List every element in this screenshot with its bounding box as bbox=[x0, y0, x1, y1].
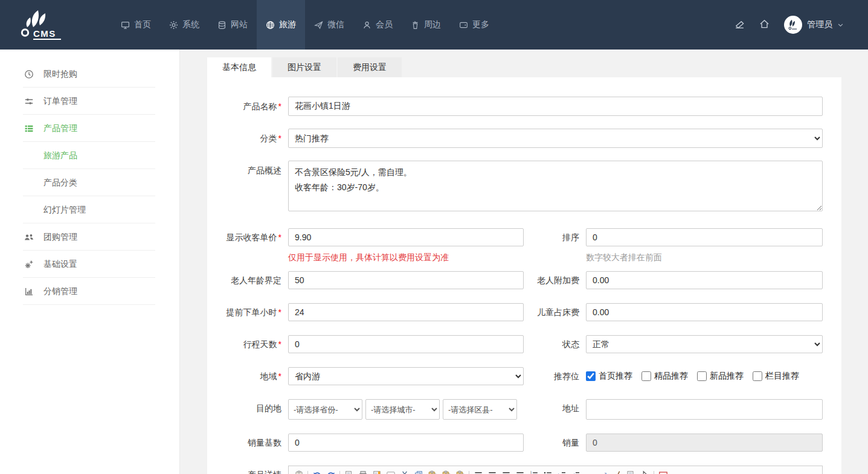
clear-cache-button[interactable] bbox=[735, 19, 745, 31]
product-name-input[interactable] bbox=[288, 97, 823, 116]
subscript-icon: x2 bbox=[585, 470, 594, 474]
avatar-rabbit-icon bbox=[786, 18, 800, 31]
editor-ordered-list-button[interactable]: 123 bbox=[527, 469, 541, 474]
nav-item-website[interactable]: 网站 bbox=[208, 0, 257, 50]
display-price-input[interactable] bbox=[288, 228, 524, 246]
product-detail-label: 产品详情 bbox=[207, 466, 288, 474]
sidebar-item-group-buy-management[interactable]: 团购管理 bbox=[0, 223, 179, 251]
sidebar-item-slideshow-management[interactable]: 幻灯片管理 bbox=[0, 196, 179, 223]
new-recommend-checkbox-input[interactable] bbox=[697, 371, 707, 381]
editor-align-right-button[interactable] bbox=[499, 469, 513, 474]
editor-indent-button[interactable] bbox=[555, 469, 568, 474]
editor-paste-word-button[interactable]: W bbox=[453, 469, 467, 474]
sales-base-input[interactable] bbox=[288, 434, 524, 452]
editor-source-button[interactable] bbox=[292, 469, 306, 474]
user-menu[interactable]: 管理员 bbox=[784, 16, 844, 34]
category-select[interactable]: 热门推荐 bbox=[288, 129, 823, 148]
sidebar-item-distribution-management[interactable]: 分销管理 bbox=[0, 278, 179, 305]
editor-copy-button[interactable] bbox=[411, 469, 425, 474]
checkbox-home-recommend[interactable]: 首页推荐 bbox=[586, 371, 632, 382]
tab-image-settings[interactable]: 图片设置 bbox=[272, 57, 336, 77]
sidebar-item-basic-settings[interactable]: 基础设置 bbox=[0, 251, 179, 278]
nav-item-label: 网站 bbox=[231, 19, 248, 30]
checkbox-new-recommend[interactable]: 新品推荐 bbox=[697, 371, 744, 382]
region-select[interactable]: 省内游 bbox=[288, 367, 524, 385]
editor-paste-text-button[interactable]: T bbox=[439, 469, 453, 474]
editor-align-center-button[interactable] bbox=[485, 469, 499, 474]
nav-item-nearby[interactable]: 周边 bbox=[402, 0, 450, 50]
checkbox-column-recommend[interactable]: 栏目推荐 bbox=[753, 371, 799, 382]
display-price-field: 仅用于显示使用，具体计算以费用设置为准 bbox=[288, 228, 524, 263]
editor-fullscreen-button[interactable] bbox=[656, 469, 670, 474]
checkbox-label: 首页推荐 bbox=[599, 371, 632, 382]
destination-province-select[interactable]: -请选择省份- bbox=[288, 399, 362, 420]
trip-days-input[interactable] bbox=[288, 335, 524, 353]
status-select[interactable]: 正常 bbox=[586, 335, 823, 353]
editor-print-button[interactable] bbox=[356, 469, 370, 474]
editor-outdent-button[interactable] bbox=[568, 469, 582, 474]
sales-input[interactable] bbox=[586, 434, 823, 452]
nav-item-wechat[interactable]: 微信 bbox=[305, 0, 353, 50]
cut-icon bbox=[400, 470, 410, 474]
editor-align-justify-button[interactable] bbox=[513, 469, 527, 474]
editor-template-button[interactable] bbox=[370, 469, 384, 474]
product-detail-editor: C#TW123x2x2 bbox=[288, 466, 823, 474]
checkbox-label: 新品推荐 bbox=[710, 371, 744, 382]
sales-base-field bbox=[288, 434, 524, 452]
editor-code-button[interactable]: C# bbox=[384, 469, 397, 474]
required-asterisk: * bbox=[278, 232, 281, 242]
sidebar-item-product-category[interactable]: 产品分类 bbox=[0, 169, 179, 196]
advance-order-hours-input[interactable] bbox=[288, 303, 524, 321]
sidebar-item-flash-sale[interactable]: 限时抢购 bbox=[0, 60, 179, 88]
editor-preview-button[interactable] bbox=[342, 469, 356, 474]
sidebar-item-travel-product[interactable]: 旅游产品 bbox=[0, 142, 179, 169]
tab-basic-info[interactable]: 基本信息 bbox=[207, 57, 271, 77]
sidebar-item-label: 幻灯片管理 bbox=[43, 205, 86, 216]
editor-redo-button[interactable] bbox=[324, 469, 338, 474]
required-asterisk: * bbox=[278, 371, 281, 381]
editor-paste-button[interactable] bbox=[425, 469, 439, 474]
sidebar-item-order-management[interactable]: 订单管理 bbox=[0, 88, 179, 115]
address-input[interactable] bbox=[586, 399, 823, 420]
editor-quick-format-button[interactable] bbox=[624, 469, 638, 474]
outdent-icon bbox=[571, 470, 580, 474]
sort-order-input[interactable] bbox=[586, 228, 823, 246]
nav-item-label: 首页 bbox=[134, 19, 151, 30]
senior-surcharge-input[interactable] bbox=[586, 271, 823, 289]
monitor-icon bbox=[121, 21, 130, 30]
editor-clear-format-button[interactable] bbox=[610, 469, 624, 474]
destination-district-select[interactable]: -请选择区县- bbox=[443, 399, 517, 420]
editor-align-left-button[interactable] bbox=[471, 469, 485, 474]
nav-item-more[interactable]: 更多 bbox=[450, 0, 498, 50]
checkbox-boutique-recommend[interactable]: 精品推荐 bbox=[641, 371, 688, 382]
boutique-recommend-checkbox-input[interactable] bbox=[641, 371, 651, 381]
home-button[interactable] bbox=[759, 19, 770, 31]
child-bed-fee-label: 儿童占床费 bbox=[524, 303, 586, 321]
home-recommend-checkbox-input[interactable] bbox=[586, 371, 596, 381]
editor-undo-button[interactable] bbox=[310, 469, 324, 474]
tab-fee-settings[interactable]: 费用设置 bbox=[338, 57, 402, 77]
field-label-text: 儿童占床费 bbox=[537, 307, 579, 317]
nav-item-travel[interactable]: 旅游 bbox=[257, 0, 305, 50]
product-summary-textarea[interactable] bbox=[288, 161, 823, 211]
app-logo[interactable]: CMS bbox=[0, 0, 112, 50]
column-recommend-checkbox-input[interactable] bbox=[753, 371, 762, 381]
editor-cut-button[interactable] bbox=[397, 469, 411, 474]
sidebar-item-label: 产品管理 bbox=[43, 123, 77, 134]
tab-bar: 基本信息图片设置费用设置 bbox=[207, 57, 841, 77]
field-label-text: 目的地 bbox=[256, 403, 281, 413]
editor-unordered-list-button[interactable] bbox=[541, 469, 555, 474]
child-bed-fee-input[interactable] bbox=[586, 303, 823, 321]
users-icon bbox=[24, 232, 35, 242]
nav-item-member[interactable]: 会员 bbox=[353, 0, 402, 50]
nav-item-system[interactable]: 系统 bbox=[160, 0, 208, 50]
editor-superscript-button[interactable]: x2 bbox=[596, 469, 610, 474]
destination-city-select[interactable]: -请选择城市- bbox=[365, 399, 440, 420]
senior-surcharge-field bbox=[586, 271, 823, 289]
senior-age-limit-input[interactable] bbox=[288, 271, 524, 289]
editor-select-all-button[interactable] bbox=[638, 469, 652, 474]
field-label-text: 显示收客单价 bbox=[227, 232, 277, 242]
sidebar-item-product-management[interactable]: 产品管理 bbox=[0, 115, 179, 142]
nav-item-home[interactable]: 首页 bbox=[112, 0, 160, 50]
editor-subscript-button[interactable]: x2 bbox=[582, 469, 596, 474]
